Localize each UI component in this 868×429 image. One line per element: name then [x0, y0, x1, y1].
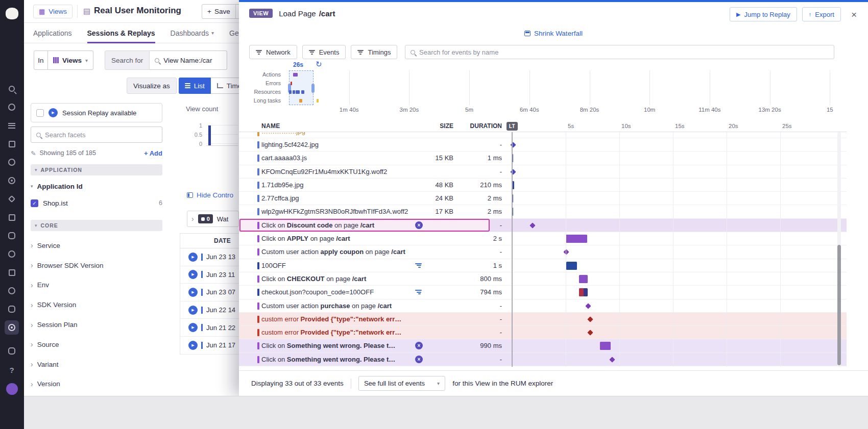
- event-row[interactable]: 1.71db95e.jpg48 KB210 ms: [239, 179, 847, 192]
- apm-icon[interactable]: [5, 173, 19, 188]
- event-row[interactable]: Custom user action apply coupon on page …: [239, 245, 847, 259]
- minimap-axis-label: 8m 20s: [580, 107, 599, 113]
- event-row[interactable]: lighting.5cf4242.jpg-: [239, 138, 847, 152]
- session-row[interactable]: ▶Jun 23 13: [180, 248, 239, 266]
- integrations-icon[interactable]: [5, 210, 19, 224]
- security-icon[interactable]: [5, 302, 19, 316]
- infrastructure-icon[interactable]: [5, 229, 19, 243]
- logs-icon[interactable]: [5, 265, 19, 280]
- play-icon[interactable]: ▶: [188, 306, 198, 315]
- tab-sessions-replays[interactable]: Sessions & Replays: [87, 23, 155, 43]
- play-icon[interactable]: ▶: [188, 270, 198, 279]
- play-icon[interactable]: ▶: [188, 323, 198, 332]
- event-row[interactable]: custom error Provided {"type":"network e…: [239, 326, 847, 339]
- facet-item-variant[interactable]: ›Variant: [31, 355, 162, 374]
- event-row[interactable]: Click on Something went wrong. Please t……: [239, 353, 847, 366]
- session-row[interactable]: ▶Jun 21 22: [180, 319, 239, 337]
- facet-group-core[interactable]: ▾ CORE: [31, 220, 162, 231]
- event-row[interactable]: cart.aaaaa03.js15 KB1 ms: [239, 152, 847, 165]
- filter-button-network[interactable]: Network: [249, 45, 297, 59]
- event-row[interactable]: Click on Discount code on page /cart×-: [239, 219, 847, 232]
- session-replay-filter[interactable]: ▶ Session Replay available: [31, 103, 162, 122]
- service-links-icon[interactable]: [5, 247, 19, 261]
- event-row[interactable]: custom error Provided {"type":"network e…: [239, 313, 847, 326]
- list-view-icon[interactable]: [5, 118, 19, 133]
- tab-ge[interactable]: Ge: [229, 23, 239, 43]
- application-id-label: Application Id: [37, 183, 83, 190]
- facet-item-env[interactable]: ›Env: [31, 275, 162, 295]
- visualize-list-button[interactable]: List: [179, 78, 211, 94]
- filter-button-timings[interactable]: Timings: [351, 45, 397, 59]
- session-row[interactable]: ▶Jun 21 17: [180, 337, 239, 355]
- jump-to-replay-button[interactable]: ▶ Jump to Replay: [730, 7, 797, 21]
- event-type-stripe: [257, 302, 259, 310]
- session-row[interactable]: ▶Jun 23 11: [180, 266, 239, 284]
- facet-item-version[interactable]: ›Version: [31, 374, 162, 394]
- help-icon[interactable]: ?: [5, 363, 19, 377]
- facet-application-id[interactable]: ▾ Application Id: [31, 180, 162, 193]
- add-facet-button[interactable]: + Add: [144, 149, 162, 157]
- event-duration: -: [459, 329, 502, 336]
- watchdog-insights[interactable]: › 0 Wat: [187, 211, 239, 227]
- filter-button-events[interactable]: Events: [302, 45, 346, 59]
- lt-marker-handle[interactable]: LT: [507, 122, 518, 131]
- watchdog-icon[interactable]: [5, 284, 19, 298]
- chat-icon[interactable]: [5, 344, 19, 358]
- event-row[interactable]: Custom user action purchase on page /car…: [239, 299, 847, 313]
- tab-dashboards[interactable]: Dashboards▾: [171, 23, 214, 43]
- datadog-logo[interactable]: [5, 6, 19, 20]
- event-name-part: /cart: [391, 248, 405, 256]
- users-icon[interactable]: [5, 155, 19, 169]
- event-row[interactable]: Click on CHECKOUT on page /cart800 ms: [239, 272, 847, 286]
- event-row[interactable]: Click on APPLY on page /cart2 s: [239, 232, 847, 245]
- edit-icon[interactable]: ✎: [31, 149, 36, 157]
- explorer-icon[interactable]: [5, 100, 19, 114]
- user-avatar[interactable]: [5, 382, 19, 396]
- rum-icon[interactable]: [5, 320, 19, 335]
- facet-item-sdk-version[interactable]: ›SDK Version: [31, 295, 162, 315]
- event-row[interactable]: Click on Something went wrong. Please t……: [239, 339, 847, 352]
- facet-group-application[interactable]: ▾ APPLICATION: [31, 164, 162, 175]
- event-row[interactable]: 2.77cffca.jpg24 KB2 ms: [239, 192, 847, 205]
- scope-dropdown[interactable]: Views ▾: [48, 51, 93, 70]
- facet-search-input[interactable]: Search facets: [31, 127, 162, 143]
- duration-column-header[interactable]: DURATION: [459, 122, 502, 130]
- events-search-input[interactable]: Search for events by name: [405, 45, 834, 59]
- session-row[interactable]: ▶Jun 22 14: [180, 301, 239, 319]
- session-date: Jun 23 07: [206, 288, 235, 296]
- date-column-header[interactable]: DATE: [180, 233, 239, 248]
- checkbox-checked-icon[interactable]: ✓: [31, 199, 38, 207]
- name-column-header[interactable]: NAME: [261, 122, 280, 130]
- event-row[interactable]: checkout.json?coupon_code=100OFF794 ms: [239, 286, 847, 299]
- hide-controls-link[interactable]: Hide Contro: [187, 191, 233, 199]
- tab-applications[interactable]: Applications: [33, 23, 72, 43]
- play-icon[interactable]: ▶: [188, 341, 198, 350]
- play-icon[interactable]: ▶: [188, 288, 198, 297]
- session-row[interactable]: ▶Jun 23 07: [180, 284, 239, 301]
- refresh-icon[interactable]: ↻: [316, 60, 322, 69]
- shrink-waterfall-link[interactable]: Shrink Waterfall: [524, 30, 583, 37]
- facet-item-service[interactable]: ›Service: [31, 236, 162, 256]
- facet-value-shopist[interactable]: ✓ Shop.ist 6: [31, 197, 162, 209]
- facet-item-browser-sdk-version[interactable]: ›Browser SDK Version: [31, 256, 162, 275]
- analytics-icon[interactable]: [5, 137, 19, 151]
- facet-item-session-plan[interactable]: ›Session Plan: [31, 315, 162, 335]
- error-face-icon: ×: [415, 356, 423, 363]
- facet-item-source[interactable]: ›Source: [31, 335, 162, 355]
- minimap[interactable]: [289, 70, 830, 105]
- search-icon[interactable]: [5, 82, 19, 96]
- event-row[interactable]: 100OFF1 s: [239, 259, 847, 272]
- see-full-list-dropdown[interactable]: See full list of events ▾: [358, 376, 445, 391]
- event-row[interactable]: KFOmCnqEu92Fr1Mu4mxKKTU1Kg.woff2-: [239, 165, 847, 179]
- event-row[interactable]: …………….jpg: [239, 132, 847, 138]
- scrollbar-thumb[interactable]: [837, 245, 841, 365]
- search-input[interactable]: View Name:/car: [150, 51, 227, 70]
- export-button[interactable]: ↑ Export: [802, 7, 841, 21]
- views-button[interactable]: ▦ Views: [33, 5, 73, 18]
- checkbox-unchecked[interactable]: [36, 109, 44, 117]
- event-row[interactable]: wlp2gwHKFkZgtmSR3NB0oRJfbwhTIfFd3A.woff2…: [239, 205, 847, 218]
- ci-pipelines-icon[interactable]: [5, 192, 19, 206]
- close-icon[interactable]: ×: [851, 10, 857, 19]
- size-column-header[interactable]: SIZE: [419, 122, 453, 130]
- play-icon[interactable]: ▶: [188, 253, 198, 262]
